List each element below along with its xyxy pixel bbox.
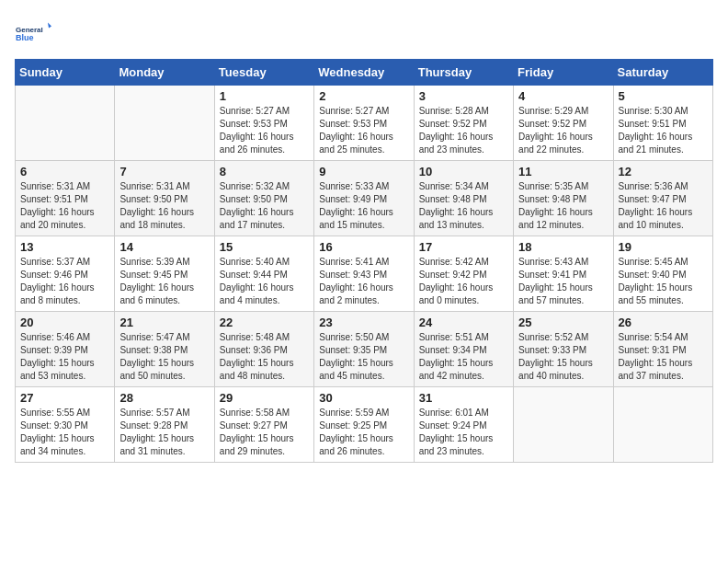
calendar-cell: 13Sunrise: 5:37 AM Sunset: 9:46 PM Dayli… bbox=[16, 236, 115, 312]
day-info: Sunrise: 5:29 AM Sunset: 9:52 PM Dayligh… bbox=[518, 105, 608, 156]
day-info: Sunrise: 5:41 AM Sunset: 9:43 PM Dayligh… bbox=[319, 256, 408, 307]
day-number: 31 bbox=[419, 391, 508, 405]
day-number: 2 bbox=[319, 89, 408, 103]
day-info: Sunrise: 5:47 AM Sunset: 9:38 PM Dayligh… bbox=[119, 331, 209, 383]
calendar-cell: 16Sunrise: 5:41 AM Sunset: 9:43 PM Dayli… bbox=[314, 236, 414, 312]
day-info: Sunrise: 6:01 AM Sunset: 9:24 PM Dayligh… bbox=[419, 407, 508, 458]
calendar-week-row: 20Sunrise: 5:46 AM Sunset: 9:39 PM Dayli… bbox=[16, 312, 713, 387]
day-info: Sunrise: 5:51 AM Sunset: 9:34 PM Dayligh… bbox=[419, 331, 508, 383]
day-number: 25 bbox=[518, 316, 608, 329]
day-info: Sunrise: 5:45 AM Sunset: 9:40 PM Dayligh… bbox=[619, 256, 708, 307]
day-number: 9 bbox=[319, 165, 408, 178]
calendar-cell: 17Sunrise: 5:42 AM Sunset: 9:42 PM Dayli… bbox=[414, 236, 513, 312]
day-info: Sunrise: 5:39 AM Sunset: 9:45 PM Dayligh… bbox=[119, 256, 209, 307]
calendar-cell: 1Sunrise: 5:27 AM Sunset: 9:53 PM Daylig… bbox=[214, 86, 313, 161]
calendar-cell: 23Sunrise: 5:50 AM Sunset: 9:35 PM Dayli… bbox=[314, 312, 414, 387]
weekday-header: Thursday bbox=[414, 60, 513, 86]
calendar-cell: 18Sunrise: 5:43 AM Sunset: 9:41 PM Dayli… bbox=[514, 236, 613, 312]
calendar-table: SundayMondayTuesdayWednesdayThursdayFrid… bbox=[15, 59, 713, 463]
calendar-cell: 26Sunrise: 5:54 AM Sunset: 9:31 PM Dayli… bbox=[613, 312, 712, 387]
calendar-cell: 9Sunrise: 5:33 AM Sunset: 9:49 PM Daylig… bbox=[314, 161, 414, 236]
calendar-cell: 8Sunrise: 5:32 AM Sunset: 9:50 PM Daylig… bbox=[214, 161, 313, 236]
calendar-week-row: 27Sunrise: 5:55 AM Sunset: 9:30 PM Dayli… bbox=[16, 387, 713, 463]
weekday-header: Sunday bbox=[16, 60, 115, 86]
day-info: Sunrise: 5:42 AM Sunset: 9:42 PM Dayligh… bbox=[419, 256, 508, 307]
day-number: 3 bbox=[419, 89, 508, 103]
day-number: 26 bbox=[619, 316, 708, 329]
calendar-cell: 19Sunrise: 5:45 AM Sunset: 9:40 PM Dayli… bbox=[613, 236, 712, 312]
calendar-cell: 7Sunrise: 5:31 AM Sunset: 9:50 PM Daylig… bbox=[115, 161, 214, 236]
day-number: 6 bbox=[20, 165, 109, 178]
calendar-cell: 15Sunrise: 5:40 AM Sunset: 9:44 PM Dayli… bbox=[214, 236, 313, 312]
calendar-week-row: 1Sunrise: 5:27 AM Sunset: 9:53 PM Daylig… bbox=[16, 86, 713, 161]
day-number: 10 bbox=[419, 165, 508, 178]
day-number: 30 bbox=[319, 391, 408, 405]
day-number: 8 bbox=[220, 165, 309, 178]
day-number: 21 bbox=[119, 316, 209, 329]
day-number: 24 bbox=[419, 316, 508, 329]
day-number: 4 bbox=[518, 89, 608, 103]
day-info: Sunrise: 5:37 AM Sunset: 9:46 PM Dayligh… bbox=[20, 256, 109, 307]
calendar-cell: 24Sunrise: 5:51 AM Sunset: 9:34 PM Dayli… bbox=[414, 312, 513, 387]
calendar-cell: 27Sunrise: 5:55 AM Sunset: 9:30 PM Dayli… bbox=[16, 387, 115, 463]
calendar-cell: 3Sunrise: 5:28 AM Sunset: 9:52 PM Daylig… bbox=[414, 86, 513, 161]
day-info: Sunrise: 5:43 AM Sunset: 9:41 PM Dayligh… bbox=[518, 256, 608, 307]
calendar-cell: 22Sunrise: 5:48 AM Sunset: 9:36 PM Dayli… bbox=[214, 312, 313, 387]
day-info: Sunrise: 5:40 AM Sunset: 9:44 PM Dayligh… bbox=[220, 256, 309, 307]
calendar-cell: 28Sunrise: 5:57 AM Sunset: 9:28 PM Dayli… bbox=[115, 387, 214, 463]
calendar-cell: 10Sunrise: 5:34 AM Sunset: 9:48 PM Dayli… bbox=[414, 161, 513, 236]
day-info: Sunrise: 5:31 AM Sunset: 9:50 PM Dayligh… bbox=[119, 180, 209, 232]
calendar-cell bbox=[514, 387, 613, 463]
day-info: Sunrise: 5:52 AM Sunset: 9:33 PM Dayligh… bbox=[518, 331, 608, 383]
weekday-header: Monday bbox=[115, 60, 214, 86]
day-number: 15 bbox=[220, 240, 309, 254]
day-number: 19 bbox=[619, 240, 708, 254]
day-number: 28 bbox=[119, 391, 209, 405]
calendar-cell: 2Sunrise: 5:27 AM Sunset: 9:53 PM Daylig… bbox=[314, 86, 414, 161]
calendar-cell: 6Sunrise: 5:31 AM Sunset: 9:51 PM Daylig… bbox=[16, 161, 115, 236]
day-number: 17 bbox=[419, 240, 508, 254]
calendar-cell: 21Sunrise: 5:47 AM Sunset: 9:38 PM Dayli… bbox=[115, 312, 214, 387]
day-number: 20 bbox=[20, 316, 109, 329]
calendar-cell bbox=[115, 86, 214, 161]
day-number: 13 bbox=[20, 240, 109, 254]
day-info: Sunrise: 5:34 AM Sunset: 9:48 PM Dayligh… bbox=[419, 180, 508, 232]
day-number: 23 bbox=[319, 316, 408, 329]
day-info: Sunrise: 5:48 AM Sunset: 9:36 PM Dayligh… bbox=[220, 331, 309, 383]
day-info: Sunrise: 5:27 AM Sunset: 9:53 PM Dayligh… bbox=[319, 105, 408, 156]
calendar-cell: 29Sunrise: 5:58 AM Sunset: 9:27 PM Dayli… bbox=[214, 387, 313, 463]
calendar-cell bbox=[16, 86, 115, 161]
day-number: 18 bbox=[518, 240, 608, 254]
calendar-week-row: 6Sunrise: 5:31 AM Sunset: 9:51 PM Daylig… bbox=[16, 161, 713, 236]
day-number: 5 bbox=[619, 89, 708, 103]
day-number: 1 bbox=[220, 89, 309, 103]
day-info: Sunrise: 5:32 AM Sunset: 9:50 PM Dayligh… bbox=[220, 180, 309, 232]
calendar-cell: 31Sunrise: 6:01 AM Sunset: 9:24 PM Dayli… bbox=[414, 387, 513, 463]
day-number: 14 bbox=[119, 240, 209, 254]
calendar-week-row: 13Sunrise: 5:37 AM Sunset: 9:46 PM Dayli… bbox=[16, 236, 713, 312]
calendar-cell: 4Sunrise: 5:29 AM Sunset: 9:52 PM Daylig… bbox=[514, 86, 613, 161]
svg-text:Blue: Blue bbox=[16, 33, 34, 42]
calendar-cell: 5Sunrise: 5:30 AM Sunset: 9:51 PM Daylig… bbox=[613, 86, 712, 161]
calendar-cell: 30Sunrise: 5:59 AM Sunset: 9:25 PM Dayli… bbox=[314, 387, 414, 463]
weekday-header-row: SundayMondayTuesdayWednesdayThursdayFrid… bbox=[16, 60, 713, 86]
page-header: General Blue bbox=[15, 15, 713, 52]
day-info: Sunrise: 5:36 AM Sunset: 9:47 PM Dayligh… bbox=[619, 180, 708, 232]
weekday-header: Tuesday bbox=[214, 60, 313, 86]
weekday-header: Wednesday bbox=[314, 60, 414, 86]
day-info: Sunrise: 5:35 AM Sunset: 9:48 PM Dayligh… bbox=[518, 180, 608, 232]
day-number: 12 bbox=[619, 165, 708, 178]
calendar-cell: 25Sunrise: 5:52 AM Sunset: 9:33 PM Dayli… bbox=[514, 312, 613, 387]
day-number: 16 bbox=[319, 240, 408, 254]
calendar-cell: 20Sunrise: 5:46 AM Sunset: 9:39 PM Dayli… bbox=[16, 312, 115, 387]
day-number: 11 bbox=[518, 165, 608, 178]
calendar-cell: 12Sunrise: 5:36 AM Sunset: 9:47 PM Dayli… bbox=[613, 161, 712, 236]
day-number: 7 bbox=[119, 165, 209, 178]
day-info: Sunrise: 5:46 AM Sunset: 9:39 PM Dayligh… bbox=[20, 331, 109, 383]
calendar-cell: 14Sunrise: 5:39 AM Sunset: 9:45 PM Dayli… bbox=[115, 236, 214, 312]
weekday-header: Saturday bbox=[613, 60, 712, 86]
day-info: Sunrise: 5:59 AM Sunset: 9:25 PM Dayligh… bbox=[319, 407, 408, 458]
day-info: Sunrise: 5:54 AM Sunset: 9:31 PM Dayligh… bbox=[619, 331, 708, 383]
calendar-cell: 11Sunrise: 5:35 AM Sunset: 9:48 PM Dayli… bbox=[514, 161, 613, 236]
day-info: Sunrise: 5:50 AM Sunset: 9:35 PM Dayligh… bbox=[319, 331, 408, 383]
